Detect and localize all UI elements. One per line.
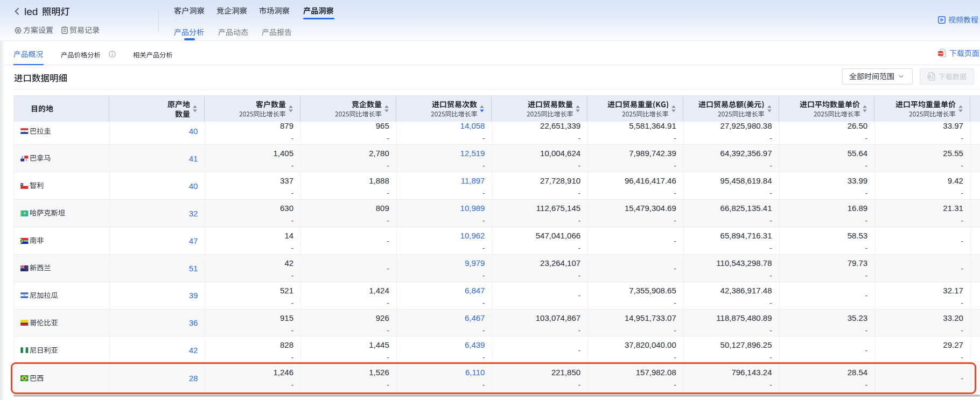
svg-text:PDF: PDF [939, 52, 943, 55]
